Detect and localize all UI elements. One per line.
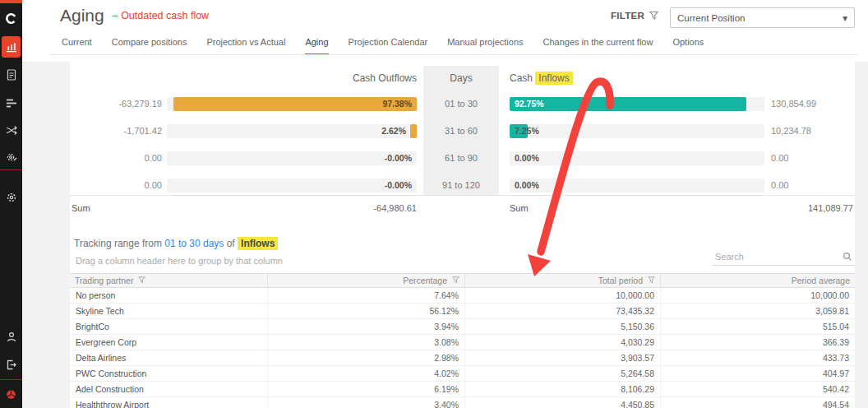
outflow-bar-label: 2.62% [381, 124, 406, 138]
inflow-sum-value: 141,089.77 [689, 203, 853, 213]
column-header-percentage[interactable]: Percentage [267, 274, 464, 287]
inflows-header-highlight: Inflows [535, 72, 572, 85]
tab-aging[interactable]: Aging [305, 31, 328, 55]
sidebar-top-accent [0, 0, 22, 3]
table-cell: 56.12% [267, 304, 464, 318]
outflow-bar: 2.62% [167, 124, 417, 138]
table-cell: 433.73 [660, 350, 855, 365]
top-bar: Aging– Outdated cash flow FILTER Current… [22, 0, 868, 62]
table-cell: 540.42 [660, 382, 855, 396]
bar-chart-icon[interactable] [0, 40, 22, 53]
outflow-value: -63,279.19 [70, 97, 162, 111]
outflow-bar-label: 97.38% [382, 97, 412, 111]
table-cell: 3.40% [267, 397, 464, 408]
group-drop-hint: Drag a column header here to group by th… [76, 256, 283, 266]
table-cell: 10,000.00 [464, 288, 660, 303]
document-icon[interactable] [0, 68, 22, 81]
table-cell: 404.97 [660, 366, 855, 381]
table-row[interactable]: Delta Airlines2.98%3,903.57433.73 [70, 350, 855, 366]
search-input[interactable] [712, 252, 843, 262]
table-row[interactable]: Evergreen Corp3.08%4,030.29366.39 [70, 335, 855, 350]
aging-row: -1,701.422.62%31 to 607.25%10,234.78 [70, 124, 855, 138]
position-dropdown[interactable]: Current Position ▾ [670, 7, 855, 28]
page-title-text: Aging [60, 6, 104, 25]
table-cell: BrightCo [70, 319, 267, 334]
table-cell: 2.98% [267, 350, 464, 365]
days-range-label: 61 to 90 [423, 151, 499, 165]
table-cell: No person [70, 288, 267, 303]
column-header-label: Period average [792, 274, 850, 287]
inflow-bar: 0.00% [510, 151, 764, 165]
inflow-bar: 92.75% [510, 97, 764, 111]
flow-icon[interactable] [0, 123, 22, 137]
tab-compare-positions[interactable]: Compare positions [112, 31, 187, 55]
rows-icon[interactable] [0, 96, 22, 109]
gear-edit-icon[interactable] [0, 151, 22, 164]
outflow-value: 0.00 [70, 151, 162, 165]
table-cell: 4.02% [267, 366, 464, 381]
table-cell: Healththrow Airport [70, 397, 267, 408]
tab-bar: CurrentCompare positionsProjection vs Ac… [62, 31, 704, 55]
table-cell: 5,264.58 [464, 366, 660, 381]
header-filter-funnel-icon[interactable] [452, 274, 459, 287]
tab-changes-in-the-current-flow[interactable]: Changes in the current flow [543, 31, 653, 55]
table-row[interactable]: PWC Construction4.02%5,264.58404.97 [70, 366, 855, 382]
person-icon[interactable] [0, 331, 22, 344]
record-icon[interactable] [0, 387, 22, 401]
tab-options[interactable]: Options [672, 31, 704, 55]
table-cell: 7.64% [267, 288, 464, 303]
table-cell: Delta Airlines [70, 350, 267, 365]
inflow-bar: 0.00% [510, 178, 764, 192]
table-cell: 8,106.29 [464, 382, 660, 396]
table-cell: 3.08% [267, 335, 464, 350]
circle-logo-icon[interactable] [0, 12, 22, 25]
outflow-value: 0.00 [70, 178, 162, 192]
table-cell: 6.19% [267, 382, 464, 396]
tab-projection-calendar[interactable]: Projection Calendar [349, 31, 428, 55]
days-range-label: 01 to 30 [423, 97, 499, 111]
outflow-bar: -0.00% [167, 151, 417, 165]
inflow-bar-label: 0.00% [515, 151, 539, 165]
inflow-sum-label: Sum [510, 203, 529, 213]
search-box [712, 248, 855, 266]
tracking-range-link[interactable]: 01 to 30 days [164, 238, 224, 249]
inflow-bar: 7.25% [510, 124, 764, 138]
table-cell: 3.94% [267, 319, 464, 334]
days-header: Days [423, 72, 499, 84]
column-header-period-average[interactable]: Period average [660, 274, 855, 287]
gear-icon[interactable] [0, 191, 22, 204]
days-range-label: 31 to 60 [423, 124, 499, 138]
outflow-bar-label: -0.00% [385, 151, 412, 165]
table-cell: 4,030.29 [464, 335, 660, 350]
table-row[interactable]: Skyline Tech56.12%73,435.323,059.81 [70, 304, 855, 319]
outflow-sum-label: Sum [72, 203, 90, 213]
grid-header: Trading partnerPercentageTotal periodPer… [70, 273, 855, 288]
table-cell: Skyline Tech [70, 304, 267, 318]
table-row[interactable]: BrightCo3.94%5,150.36515.04 [70, 319, 855, 335]
column-header-trading-partner[interactable]: Trading partner [70, 274, 267, 287]
table-row[interactable]: Adel Construction6.19%8,106.29540.42 [70, 382, 855, 397]
sidebar [0, 0, 22, 408]
header-filter-funnel-icon[interactable] [648, 274, 655, 287]
column-header-label: Percentage [403, 274, 447, 287]
tab-projection-vs-actual[interactable]: Projection vs Actual [206, 31, 285, 55]
tab-manual-projections[interactable]: Manual projections [447, 31, 523, 55]
header-filter-funnel-icon[interactable] [138, 274, 145, 287]
inflow-value: 10,234.78 [771, 124, 853, 138]
table-cell: Evergreen Corp [70, 335, 267, 350]
table-row[interactable]: No person7.64%10,000.0010,000.00 [70, 288, 855, 304]
tab-current[interactable]: Current [62, 31, 92, 55]
tracking-middle: of [227, 238, 235, 249]
search-icon[interactable] [843, 252, 855, 262]
column-header-label: Total period [598, 274, 643, 287]
table-row[interactable]: Healththrow Airport3.40%4,450.85494.54 [70, 397, 855, 408]
logout-icon[interactable] [0, 358, 22, 371]
content-card: Cash Outflows Days Cash Inflows -63,279.… [70, 62, 855, 408]
column-header-total-period[interactable]: Total period [464, 274, 660, 287]
filter-label: FILTER [611, 11, 644, 21]
outflow-bar: 97.38% [167, 97, 417, 111]
position-dropdown-value: Current Position [677, 13, 745, 23]
table-cell: 3,903.57 [464, 350, 660, 365]
table-cell: Adel Construction [70, 382, 267, 396]
inflows-header-prefix: Cash [510, 72, 533, 84]
